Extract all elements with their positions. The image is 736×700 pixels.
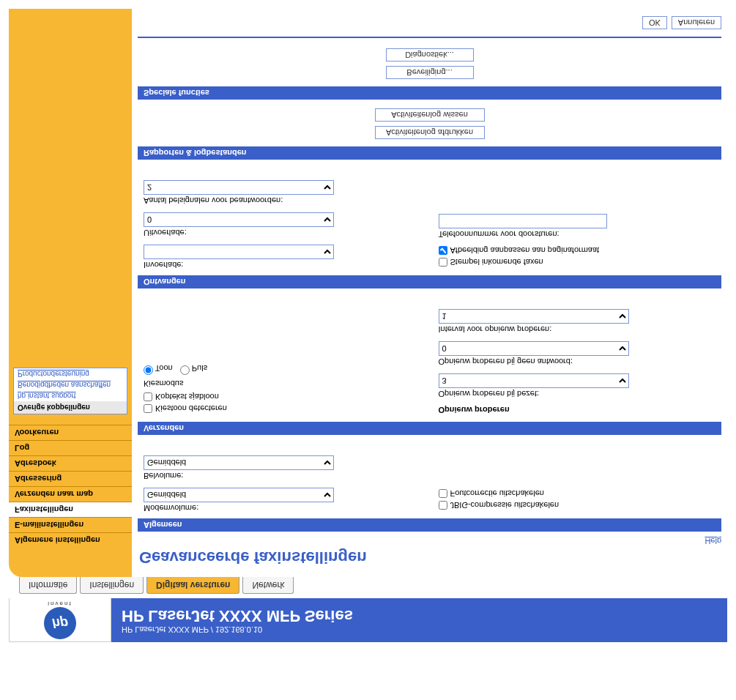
sidebar-item-voorkeuren[interactable]: Voorkeuren xyxy=(9,425,132,440)
help-link[interactable]: Help xyxy=(705,537,721,546)
uitvoerlade-label: Uitvoerlade: xyxy=(144,228,421,237)
security-button[interactable]: Beveiliging... xyxy=(386,66,474,79)
rings-label: Aantal belsignalen voor beantwoorden: xyxy=(144,196,421,205)
other-links-header: Overige koppelingen xyxy=(14,401,127,414)
section-algemeen-header: Algemeen xyxy=(138,518,721,532)
page-title: Geavanceerde faxinstellingen xyxy=(138,546,721,570)
ok-button[interactable]: OK xyxy=(642,16,667,29)
puls-label: Puls xyxy=(192,364,207,373)
uitvoerlade-select[interactable]: 0 xyxy=(144,212,334,227)
foutcorrectie-checkbox-row[interactable]: Foutcorrectie uitschakelen xyxy=(439,489,716,498)
main-panel: Geavanceerde faxinstellingen Help Algeme… xyxy=(132,9,727,577)
modemvolume-select[interactable]: Gemiddeld xyxy=(144,488,334,502)
clear-activity-log-button[interactable]: Activiteitenlog wissen xyxy=(375,108,485,122)
sidebar-item-adresboek[interactable]: Adresboek xyxy=(9,455,132,471)
kiestoon-checkbox-row[interactable]: Kiestoon detecteren xyxy=(144,404,421,413)
foutcorrectie-label: Foutcorrectie uitschakelen xyxy=(450,489,544,498)
kiestoon-label: Kiestoon detecteren xyxy=(155,404,227,413)
aanpassen-checkbox-row[interactable]: Afbeelding aanpassen aan paginaformaat xyxy=(439,246,716,255)
stempel-checkbox-row[interactable]: Stempel inkomende faxen xyxy=(439,258,716,267)
retry-heading: Opnieuw proberen xyxy=(439,406,716,414)
puls-radio-row[interactable]: Puls xyxy=(180,364,207,375)
section-rapporten-header: Rapporten & logbestanden xyxy=(138,146,721,160)
tab-netwerk[interactable]: Netwerk xyxy=(242,577,294,594)
jbig-checkbox-row[interactable]: JBIG-compressie uitschakelen xyxy=(439,501,716,510)
cancel-button[interactable]: Annuleren xyxy=(672,16,721,29)
aanpassen-label: Afbeelding aanpassen aan paginaformaat xyxy=(450,246,600,255)
retry-busy-label: Opnieuw proberen bij bezet: xyxy=(439,390,716,398)
diagnostics-button[interactable]: Diagnostiek... xyxy=(386,48,474,62)
forward-number-label: Telefoonnummer voor doorsturen: xyxy=(439,230,716,239)
toon-radio[interactable] xyxy=(144,365,153,375)
invoerlade-label: Invoerlade: xyxy=(144,261,421,269)
header-subtitle: HP LaserJet XXXX MFP / 192.168.0.10 xyxy=(122,625,727,634)
koptekst-checkbox-row[interactable]: Koptekst sjabloon xyxy=(144,392,421,401)
modemvolume-label: Modemvolume: xyxy=(144,504,421,513)
foutcorrectie-checkbox[interactable] xyxy=(439,489,447,498)
section-speciaal-header: Speciale functies xyxy=(138,86,721,100)
tab-strip: Informatie Instellingen Digitaal verstur… xyxy=(9,577,727,598)
stempel-label: Stempel inkomende faxen xyxy=(450,258,543,267)
sidebar: Algemene instellingen E-mailinstellingen… xyxy=(9,9,132,577)
link-instant-support[interactable]: hp instant support xyxy=(14,390,127,401)
tab-digitaal-versturen[interactable]: Digitaal versturen xyxy=(146,577,239,594)
logo-box: hp invent xyxy=(9,598,111,642)
logo-subtext: invent xyxy=(48,600,72,607)
kiestoon-checkbox[interactable] xyxy=(144,404,152,413)
link-product-support[interactable]: Productondersteuning xyxy=(14,368,127,379)
sidebar-item-log[interactable]: Log xyxy=(9,440,132,455)
invoerlade-select[interactable] xyxy=(144,245,334,259)
puls-radio[interactable] xyxy=(180,365,190,375)
koptekst-checkbox[interactable] xyxy=(144,392,152,401)
sidebar-item-algemene[interactable]: Algemene instellingen xyxy=(9,532,132,548)
koptekst-label: Koptekst sjabloon xyxy=(155,392,219,401)
section-verzenden-header: Verzenden xyxy=(138,422,721,435)
stempel-checkbox[interactable] xyxy=(439,258,447,267)
belvolume-label: Belvolume: xyxy=(144,472,421,480)
hp-logo-icon: hp xyxy=(44,607,76,639)
toon-label: Toon xyxy=(155,364,173,373)
belvolume-select[interactable]: Gemiddeld xyxy=(144,455,334,470)
retry-noanswer-label: Opnieuw proberen bij geen antwoord: xyxy=(439,357,716,366)
footer-divider xyxy=(138,37,721,38)
section-ontvangen-header: Ontvangen xyxy=(138,275,721,288)
retry-noanswer-select[interactable]: 0 xyxy=(439,341,629,356)
forward-number-input[interactable] xyxy=(439,214,607,228)
tab-instellingen[interactable]: Instellingen xyxy=(80,577,144,594)
rings-select[interactable]: 2 xyxy=(144,180,334,195)
sidebar-item-email[interactable]: E-mailinstellingen xyxy=(9,517,132,532)
sidebar-item-map[interactable]: Verzenden naar map xyxy=(9,486,132,502)
print-activity-log-button[interactable]: Activiteitenlog afdrukken xyxy=(375,126,485,139)
link-supplies[interactable]: Benodigdheden aanschaffen xyxy=(14,379,127,390)
toon-radio-row[interactable]: Toon xyxy=(144,364,173,375)
tab-informatie[interactable]: Informatie xyxy=(19,577,77,594)
header-banner: HP LaserJet XXXX MFP / 192.168.0.10 HP L… xyxy=(111,598,727,642)
other-links-box: Overige koppelingen hp instant support B… xyxy=(13,368,127,414)
header-title: HP LaserJet XXXX MFP Series xyxy=(122,606,727,625)
kiesmodus-label: Kiesmodus xyxy=(144,379,421,388)
jbig-checkbox[interactable] xyxy=(439,501,447,510)
sidebar-item-fax[interactable]: Faxinstellingen xyxy=(9,502,132,517)
jbig-label: JBIG-compressie uitschakelen xyxy=(450,501,560,510)
retry-interval-select[interactable]: 1 xyxy=(439,309,629,324)
aanpassen-checkbox[interactable] xyxy=(439,246,447,255)
retry-busy-select[interactable]: 3 xyxy=(439,373,629,388)
retry-interval-label: Interval voor opnieuw proberen: xyxy=(439,325,716,334)
sidebar-item-adressering[interactable]: Adressering xyxy=(9,471,132,486)
